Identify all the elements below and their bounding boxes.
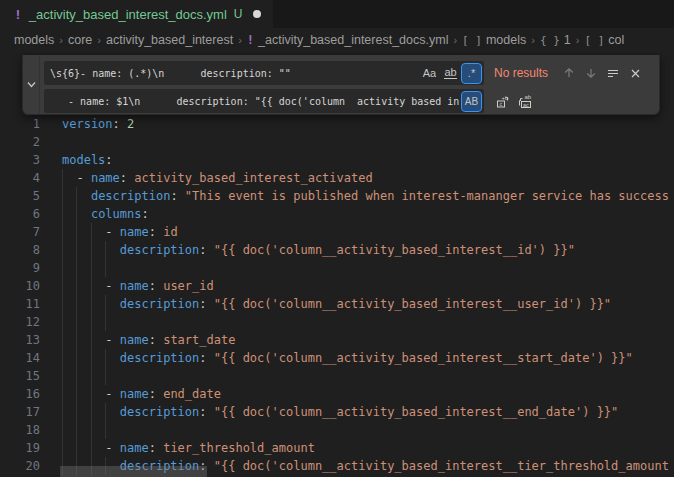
match-case-button[interactable]: Aa (420, 64, 439, 83)
line-number[interactable]: 20 (0, 457, 54, 475)
code-line[interactable] (54, 259, 674, 277)
indent-guide (105, 367, 106, 385)
editor-pane[interactable]: 1version: 223models:4 - name: activity_b… (0, 52, 674, 477)
line-number[interactable]: 9 (0, 259, 54, 277)
token-punct: : (149, 387, 156, 401)
token-value: end_date (156, 387, 221, 401)
line-number[interactable]: 5 (0, 187, 54, 205)
replace-icon[interactable]: +b c (492, 90, 514, 112)
indent-guide (105, 349, 106, 367)
code-row: 9 (0, 259, 674, 277)
preserve-case-button[interactable]: AB (462, 92, 481, 111)
code-line[interactable]: description: "{{ doc('column__activity_b… (54, 403, 674, 421)
token-string: "This event is published when interest-m… (178, 189, 669, 203)
code-line[interactable]: version: 2 (54, 115, 674, 133)
horizontal-scrollbar-thumb[interactable] (60, 466, 207, 477)
indent-guide (76, 439, 77, 457)
line-number[interactable]: 11 (0, 295, 54, 313)
indent-guide (76, 277, 77, 295)
line-number[interactable]: 1 (0, 115, 54, 133)
code-row: 13 - name: start_date (0, 331, 674, 349)
line-number[interactable]: 4 (0, 169, 54, 187)
line-number[interactable]: 18 (0, 421, 54, 439)
whole-word-button[interactable]: ab (441, 64, 460, 83)
regex-button[interactable]: .* (462, 64, 481, 83)
indent-guide (76, 259, 77, 277)
svg-text:ac: ac (523, 102, 529, 108)
token-key: description (120, 243, 199, 257)
find-input[interactable]: \s{6}- name: (.*)\n description: "" Aa a… (44, 61, 484, 85)
code-area[interactable]: 1version: 223models:4 - name: activity_b… (0, 52, 674, 475)
code-line[interactable] (54, 133, 674, 151)
indent-guide (76, 241, 77, 259)
line-number[interactable]: 13 (0, 331, 54, 349)
code-line[interactable]: - name: start_date (54, 331, 674, 349)
code-line[interactable]: - name: id (54, 223, 674, 241)
indent-guide (76, 313, 77, 331)
code-line[interactable] (54, 367, 674, 385)
breadcrumb: models›core›activity_based_interest›!_ac… (0, 28, 674, 52)
code-line[interactable]: - name: tier_threshold_amount (54, 439, 674, 457)
token-string: "{{ doc('column__activity_based_interest… (207, 459, 669, 473)
line-number[interactable]: 8 (0, 241, 54, 259)
indent-guide (76, 295, 77, 313)
tab-bar: ! _activity_based_interest_docs.yml U (0, 0, 674, 28)
breadcrumb-item[interactable]: activity_based_interest (106, 33, 233, 47)
token-punct: : (105, 153, 112, 167)
replace-all-icon[interactable]: ab ac (514, 90, 536, 112)
line-number[interactable]: 6 (0, 205, 54, 223)
line-number[interactable]: 19 (0, 439, 54, 457)
code-row: 3models: (0, 151, 674, 169)
line-number[interactable]: 15 (0, 367, 54, 385)
breadcrumb-item[interactable]: [ ]models (462, 33, 526, 47)
token-punct: : (149, 225, 156, 239)
line-number[interactable]: 2 (0, 133, 54, 151)
array-symbol-icon: [ ] (584, 34, 604, 47)
close-find-widget-icon[interactable] (624, 62, 646, 84)
indent-guide (76, 403, 77, 421)
code-line[interactable]: description: "{{ doc('column__activity_b… (54, 295, 674, 313)
find-in-selection-icon[interactable] (602, 62, 624, 84)
token-punct: : (149, 441, 156, 455)
previous-match-arrow-up-icon[interactable] (558, 62, 580, 84)
line-number[interactable]: 10 (0, 277, 54, 295)
indent-guide (62, 403, 63, 421)
unsaved-changes-dot-icon[interactable] (253, 10, 261, 18)
indent-guide (76, 187, 77, 205)
code-line[interactable] (54, 421, 674, 439)
code-line[interactable]: description: "{{ doc('column__activity_b… (54, 241, 674, 259)
token-key: name (120, 333, 149, 347)
line-number[interactable]: 3 (0, 151, 54, 169)
line-number[interactable]: 12 (0, 313, 54, 331)
indent-guide (62, 241, 63, 259)
line-number[interactable]: 7 (0, 223, 54, 241)
token-value: activity_based_interest_activated (127, 171, 373, 185)
line-number[interactable]: 16 (0, 385, 54, 403)
code-line[interactable]: - name: user_id (54, 277, 674, 295)
breadcrumb-item[interactable]: !_activity_based_interest_docs.yml (247, 33, 449, 47)
indent-guide (62, 205, 63, 223)
next-match-arrow-down-icon[interactable] (580, 62, 602, 84)
breadcrumb-separator-chevron-icon: › (453, 34, 457, 46)
line-number[interactable]: 17 (0, 403, 54, 421)
line-number[interactable]: 14 (0, 349, 54, 367)
toggle-replace-chevron-icon[interactable] (23, 55, 40, 114)
code-line[interactable]: models: (54, 151, 674, 169)
breadcrumb-item[interactable]: { }1 (540, 33, 571, 47)
tab-active-file[interactable]: ! _activity_based_interest_docs.yml U (0, 0, 273, 28)
token-key: description (120, 351, 199, 365)
code-line[interactable]: columns: (54, 205, 674, 223)
replace-input[interactable]: - name: $1\n description: "{{ doc('colum… (44, 89, 484, 113)
code-row: 19 - name: tier_threshold_amount (0, 439, 674, 457)
code-line[interactable] (54, 313, 674, 331)
indent-guide (62, 349, 63, 367)
code-line[interactable]: description: "{{ doc('column__activity_b… (54, 349, 674, 367)
code-line[interactable]: - name: activity_based_interest_activate… (54, 169, 674, 187)
breadcrumb-item[interactable]: models (14, 33, 54, 47)
breadcrumb-item[interactable]: core (68, 33, 92, 47)
breadcrumb-separator-chevron-icon: › (238, 34, 242, 46)
code-line[interactable]: description: "This event is published wh… (54, 187, 674, 205)
breadcrumb-item[interactable]: [ ]col (584, 33, 624, 47)
code-line[interactable]: - name: end_date (54, 385, 674, 403)
token-punct: : (170, 189, 177, 203)
